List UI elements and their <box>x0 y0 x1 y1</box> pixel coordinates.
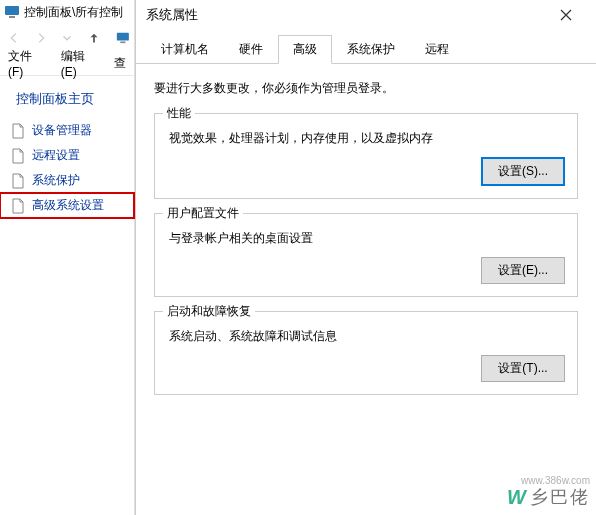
tab-hardware[interactable]: 硬件 <box>224 35 278 64</box>
window-title-text: 控制面板\所有控制 <box>24 4 123 21</box>
tab-advanced[interactable]: 高级 <box>278 35 332 64</box>
sidebar-item-label: 高级系统设置 <box>32 197 104 214</box>
sidebar-item-label: 系统保护 <box>32 172 80 189</box>
startup-recovery-desc: 系统启动、系统故障和调试信息 <box>167 322 565 355</box>
sidebar-item-label: 设备管理器 <box>32 122 92 139</box>
user-profile-desc: 与登录帐户相关的桌面设置 <box>167 224 565 257</box>
dialog-content: 要进行大多数更改，你必须作为管理员登录。 性能 视觉效果，处理器计划，内存使用，… <box>136 64 596 425</box>
control-panel-icon <box>4 4 20 20</box>
sidebar-title: 控制面板主页 <box>0 76 134 118</box>
menu-view[interactable]: 查 <box>114 55 126 72</box>
svg-rect-3 <box>121 41 126 43</box>
back-button[interactable] <box>4 26 25 50</box>
admin-note: 要进行大多数更改，你必须作为管理员登录。 <box>154 80 578 97</box>
watermark-brand: 乡巴佬 <box>530 485 590 509</box>
sidebar-list: 设备管理器 远程设置 系统保护 高级系统设置 <box>0 118 134 218</box>
document-icon <box>10 173 26 189</box>
document-icon <box>10 123 26 139</box>
sidebar-item-remote-settings[interactable]: 远程设置 <box>0 143 134 168</box>
svg-rect-2 <box>117 33 129 41</box>
address-bar-icon <box>116 30 130 46</box>
svg-rect-0 <box>5 6 19 15</box>
document-icon <box>10 198 26 214</box>
watermark-url: www.386w.com <box>521 475 590 486</box>
user-profile-settings-button[interactable]: 设置(E)... <box>481 257 565 284</box>
menu-bar: 文件(F) 编辑(E) 查 <box>0 52 134 76</box>
watermark-logo-icon: W <box>507 486 526 509</box>
close-button[interactable] <box>546 0 586 30</box>
forward-button[interactable] <box>31 26 52 50</box>
sidebar-item-device-manager[interactable]: 设备管理器 <box>0 118 134 143</box>
sidebar-item-advanced-system-settings[interactable]: 高级系统设置 <box>0 193 134 218</box>
user-profile-group: 用户配置文件 与登录帐户相关的桌面设置 设置(E)... <box>154 213 578 297</box>
startup-recovery-settings-button[interactable]: 设置(T)... <box>481 355 565 382</box>
dialog-title-bar: 系统属性 <box>136 0 596 30</box>
startup-recovery-legend: 启动和故障恢复 <box>163 303 255 320</box>
svg-rect-1 <box>9 16 15 18</box>
tab-computer-name[interactable]: 计算机名 <box>146 35 224 64</box>
performance-group: 性能 视觉效果，处理器计划，内存使用，以及虚拟内存 设置(S)... <box>154 113 578 199</box>
window-title-bar: 控制面板\所有控制 <box>0 0 134 24</box>
performance-legend: 性能 <box>163 105 195 122</box>
system-properties-dialog: 系统属性 计算机名 硬件 高级 系统保护 远程 要进行大多数更改，你必须作为管理… <box>135 0 596 515</box>
sidebar-item-label: 远程设置 <box>32 147 80 164</box>
performance-settings-button[interactable]: 设置(S)... <box>481 157 565 186</box>
document-icon <box>10 148 26 164</box>
dialog-title-text: 系统属性 <box>146 6 198 24</box>
sidebar-item-system-protection[interactable]: 系统保护 <box>0 168 134 193</box>
tab-remote[interactable]: 远程 <box>410 35 464 64</box>
tab-system-protection[interactable]: 系统保护 <box>332 35 410 64</box>
watermark: www.386w.com W 乡巴佬 <box>507 485 590 509</box>
startup-recovery-group: 启动和故障恢复 系统启动、系统故障和调试信息 设置(T)... <box>154 311 578 395</box>
menu-file[interactable]: 文件(F) <box>8 48 47 79</box>
tab-bar: 计算机名 硬件 高级 系统保护 远程 <box>136 30 596 64</box>
performance-desc: 视觉效果，处理器计划，内存使用，以及虚拟内存 <box>167 124 565 157</box>
dropdown-history-icon[interactable] <box>57 26 78 50</box>
up-button[interactable] <box>84 26 105 50</box>
close-icon <box>560 9 572 21</box>
user-profile-legend: 用户配置文件 <box>163 205 243 222</box>
menu-edit[interactable]: 编辑(E) <box>61 48 100 79</box>
